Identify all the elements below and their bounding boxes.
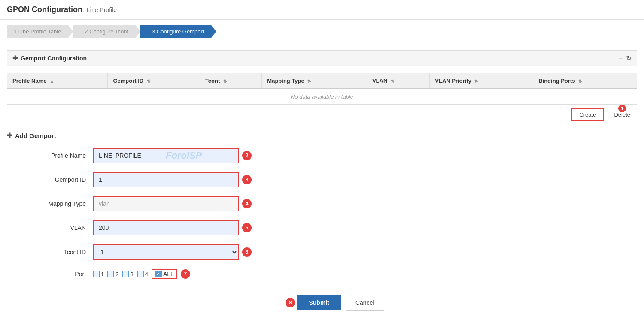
port-badge: 7 <box>181 269 190 279</box>
page-title: GPON Configuration <box>7 5 82 14</box>
sort-gemport-id-icon: ⇅ <box>147 79 150 84</box>
mapping-type-badge: 4 <box>242 199 252 208</box>
submit-badge: 8 <box>286 298 295 307</box>
gemport-id-label: Gemport ID <box>33 176 93 183</box>
gemport-table-container: Profile Name ▲ Gemport ID ⇅ Tcont ⇅ Mapp… <box>7 73 637 105</box>
col-tcont[interactable]: Tcont ⇅ <box>200 73 261 89</box>
sort-profile-name-icon: ▲ <box>50 79 54 84</box>
vlan-row: VLAN 5 <box>33 220 637 235</box>
create-button[interactable]: Create <box>571 108 604 121</box>
pin-icon: ✚ <box>12 54 18 62</box>
port-1-label: 1 <box>101 271 104 277</box>
vlan-label: VLAN <box>33 224 93 231</box>
step1-label: 1.Line Profile Table <box>14 28 61 35</box>
port-all-checkbox[interactable] <box>155 271 162 277</box>
port-2-checkbox[interactable] <box>107 271 114 277</box>
gemport-config-section: ✚ Gemport Configuration − ↻ <box>7 50 637 66</box>
table-actions: 1 Create Delete <box>0 105 644 125</box>
no-data-row: No data available in table <box>7 89 637 104</box>
section-controls: − ↻ <box>619 54 632 62</box>
vlan-wrapper: 5 <box>93 220 252 235</box>
refresh-button[interactable]: ↻ <box>626 54 632 62</box>
section-header: ✚ Gemport Configuration − ↻ <box>7 50 637 66</box>
form-actions: 8 Submit Cancel <box>33 288 637 318</box>
gemport-id-badge: 3 <box>242 175 252 184</box>
add-gemport-section: ✚ Add Gemport Profile Name 2 ForoISP Gem… <box>7 132 637 318</box>
port-controls: 1 2 3 4 ALL 7 <box>93 269 190 279</box>
port-4-checkbox[interactable] <box>137 271 144 277</box>
section-title-text: Gemport Configuration <box>21 55 87 62</box>
no-data-message: No data available in table <box>7 89 637 104</box>
submit-wrapper: 8 Submit <box>286 295 341 311</box>
tcont-id-badge: 6 <box>242 247 252 257</box>
page-header: GPON Configuration Line Profile <box>0 0 644 20</box>
tcont-id-label: Tcont ID <box>33 249 93 256</box>
profile-name-label: Profile Name <box>33 152 93 159</box>
port-2-item: 2 <box>107 271 118 277</box>
port-4-label: 4 <box>145 271 148 277</box>
port-2-label: 2 <box>115 271 118 277</box>
add-gemport-title: ✚ Add Gemport <box>7 132 637 139</box>
col-profile-name[interactable]: Profile Name ▲ <box>7 73 108 89</box>
port-4-item: 4 <box>137 271 148 277</box>
page-subtitle: Line Profile <box>87 6 117 13</box>
mapping-type-wrapper: 4 <box>93 196 252 211</box>
profile-name-wrapper: 2 ForoISP <box>93 148 252 163</box>
vlan-input[interactable] <box>93 220 239 235</box>
cancel-button[interactable]: Cancel <box>346 295 384 311</box>
gemport-id-input[interactable] <box>93 172 239 187</box>
profile-name-row: Profile Name 2 ForoISP <box>33 148 637 163</box>
wizard-steps: 1.Line Profile Table 2.Configure Tcont 3… <box>0 20 644 43</box>
port-1-checkbox[interactable] <box>93 271 100 277</box>
add-gemport-pin-icon: ✚ <box>7 132 12 139</box>
col-vlan[interactable]: VLAN ⇅ <box>367 73 429 89</box>
gemport-id-row: Gemport ID 3 <box>33 172 637 187</box>
mapping-type-input <box>93 196 239 211</box>
gemport-id-wrapper: 3 <box>93 172 252 187</box>
add-gemport-form: Profile Name 2 ForoISP Gemport ID 3 Mapp… <box>33 148 637 318</box>
port-3-checkbox[interactable] <box>122 271 129 277</box>
minimize-button[interactable]: − <box>619 54 623 62</box>
port-1-item: 1 <box>93 271 104 277</box>
sort-tcont-icon: ⇅ <box>223 79 227 84</box>
section-title: ✚ Gemport Configuration <box>12 54 87 62</box>
col-gemport-id[interactable]: Gemport ID ⇅ <box>108 73 200 89</box>
profile-name-badge: 2 <box>242 151 252 160</box>
port-row: Port 1 2 3 4 <box>33 269 637 279</box>
step2-label: 2.Configure Tcont <box>85 28 128 35</box>
col-binding-ports[interactable]: Binding Ports ⇅ <box>533 73 637 89</box>
add-gemport-title-text: Add Gemport <box>15 132 56 139</box>
port-all-label: ALL <box>163 271 174 277</box>
sort-mapping-type-icon: ⇅ <box>307 79 311 84</box>
mapping-type-row: Mapping Type 4 <box>33 196 637 211</box>
wizard-step-2[interactable]: 2.Configure Tcont <box>73 25 140 38</box>
port-3-label: 3 <box>130 271 133 277</box>
step3-label: 3.Configure Gemport <box>152 28 204 35</box>
profile-name-input[interactable] <box>93 148 239 163</box>
gemport-table: Profile Name ▲ Gemport ID ⇅ Tcont ⇅ Mapp… <box>7 73 637 104</box>
tcont-id-row: Tcont ID 1 2 3 6 <box>33 244 637 260</box>
port-3-item: 3 <box>122 271 133 277</box>
tcont-id-select[interactable]: 1 2 3 <box>93 244 239 260</box>
wizard-step-1[interactable]: 1.Line Profile Table <box>7 25 73 38</box>
tcont-id-wrapper: 1 2 3 6 <box>93 244 252 260</box>
vlan-badge: 5 <box>242 223 252 232</box>
col-vlan-priority[interactable]: VLAN Priority ⇅ <box>430 73 533 89</box>
sort-vlan-priority-icon: ⇅ <box>474 79 478 84</box>
col-mapping-type[interactable]: Mapping Type ⇅ <box>262 73 367 89</box>
port-label: Port <box>33 271 93 277</box>
create-badge: 1 <box>618 105 626 112</box>
port-all-wrapper: ALL <box>152 269 177 279</box>
sort-binding-ports-icon: ⇅ <box>578 79 582 84</box>
sort-vlan-icon: ⇅ <box>391 79 394 84</box>
submit-button[interactable]: Submit <box>297 295 341 310</box>
wizard-step-3[interactable]: 3.Configure Gemport <box>140 25 216 38</box>
mapping-type-label: Mapping Type <box>33 200 93 207</box>
